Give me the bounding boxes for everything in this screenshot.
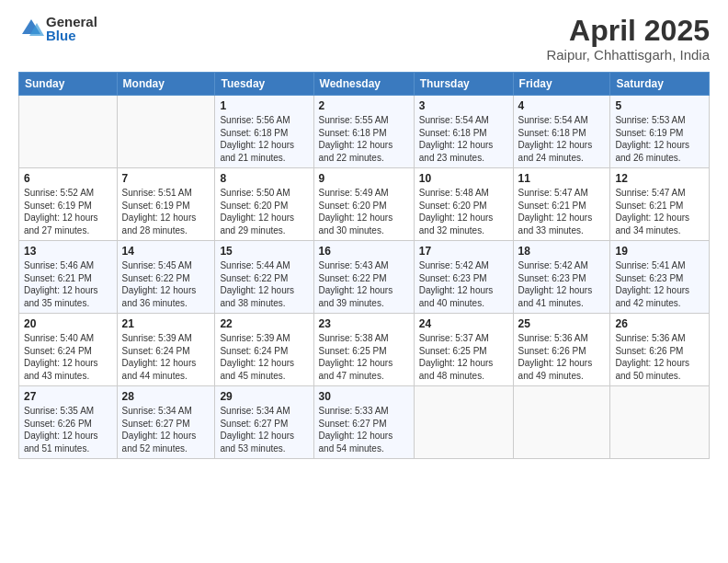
calendar-cell: [414, 386, 513, 459]
day-number: 29: [220, 390, 308, 403]
calendar-cell: 24Sunrise: 5:37 AM Sunset: 6:25 PM Dayli…: [414, 314, 513, 386]
day-number: 2: [319, 99, 409, 112]
calendar-cell: 13Sunrise: 5:46 AM Sunset: 6:21 PM Dayli…: [19, 241, 118, 314]
calendar-cell: 8Sunrise: 5:50 AM Sunset: 6:20 PM Daylig…: [215, 168, 313, 241]
day-number: 6: [24, 172, 112, 185]
calendar-cell: [610, 386, 710, 459]
day-number: 5: [615, 99, 704, 112]
col-tuesday: Tuesday: [215, 73, 313, 96]
day-info: Sunrise: 5:38 AM Sunset: 6:25 PM Dayligh…: [319, 332, 409, 382]
day-info: Sunrise: 5:50 AM Sunset: 6:20 PM Dayligh…: [220, 187, 308, 236]
calendar-cell: 18Sunrise: 5:42 AM Sunset: 6:23 PM Dayli…: [513, 241, 610, 314]
day-info: Sunrise: 5:47 AM Sunset: 6:21 PM Dayligh…: [615, 187, 704, 236]
day-number: 9: [319, 172, 409, 185]
calendar-cell: 9Sunrise: 5:49 AM Sunset: 6:20 PM Daylig…: [313, 168, 414, 241]
calendar-cell: 16Sunrise: 5:43 AM Sunset: 6:22 PM Dayli…: [313, 241, 414, 314]
day-number: 1: [220, 99, 308, 112]
day-info: Sunrise: 5:42 AM Sunset: 6:23 PM Dayligh…: [419, 259, 508, 309]
day-info: Sunrise: 5:39 AM Sunset: 6:24 PM Dayligh…: [122, 332, 210, 382]
day-number: 12: [615, 172, 704, 185]
day-number: 14: [122, 245, 210, 258]
day-info: Sunrise: 5:53 AM Sunset: 6:19 PM Dayligh…: [615, 114, 704, 164]
col-saturday: Saturday: [610, 73, 710, 96]
calendar-cell: 30Sunrise: 5:33 AM Sunset: 6:27 PM Dayli…: [313, 386, 414, 459]
day-info: Sunrise: 5:35 AM Sunset: 6:26 PM Dayligh…: [24, 405, 112, 454]
day-number: 11: [518, 172, 606, 185]
col-monday: Monday: [117, 73, 215, 96]
day-info: Sunrise: 5:46 AM Sunset: 6:21 PM Dayligh…: [24, 259, 112, 309]
logo-blue-text: Blue: [46, 29, 97, 42]
day-number: 30: [319, 390, 409, 403]
col-wednesday: Wednesday: [313, 73, 414, 96]
calendar-cell: 4Sunrise: 5:54 AM Sunset: 6:18 PM Daylig…: [513, 96, 610, 168]
page: General Blue April 2025 Raipur, Chhattis…: [0, 0, 728, 563]
day-number: 16: [319, 245, 409, 258]
day-info: Sunrise: 5:40 AM Sunset: 6:24 PM Dayligh…: [24, 332, 112, 382]
logo: General Blue: [18, 15, 97, 42]
title-block: April 2025 Raipur, Chhattisgarh, India: [546, 15, 710, 63]
calendar-cell: 10Sunrise: 5:48 AM Sunset: 6:20 PM Dayli…: [414, 168, 513, 241]
day-number: 10: [419, 172, 508, 185]
day-info: Sunrise: 5:37 AM Sunset: 6:25 PM Dayligh…: [419, 332, 508, 382]
calendar-cell: 2Sunrise: 5:55 AM Sunset: 6:18 PM Daylig…: [313, 96, 414, 168]
day-number: 7: [122, 172, 210, 185]
col-friday: Friday: [513, 73, 610, 96]
calendar-cell: 28Sunrise: 5:34 AM Sunset: 6:27 PM Dayli…: [117, 386, 215, 459]
day-info: Sunrise: 5:44 AM Sunset: 6:22 PM Dayligh…: [220, 259, 308, 309]
day-info: Sunrise: 5:52 AM Sunset: 6:19 PM Dayligh…: [24, 187, 112, 236]
title-month: April 2025: [546, 15, 710, 47]
calendar-cell: 14Sunrise: 5:45 AM Sunset: 6:22 PM Dayli…: [117, 241, 215, 314]
day-info: Sunrise: 5:48 AM Sunset: 6:20 PM Dayligh…: [419, 187, 508, 236]
day-info: Sunrise: 5:51 AM Sunset: 6:19 PM Dayligh…: [122, 187, 210, 236]
calendar-cell: 21Sunrise: 5:39 AM Sunset: 6:24 PM Dayli…: [117, 314, 215, 386]
day-number: 26: [615, 317, 704, 330]
day-number: 8: [220, 172, 308, 185]
calendar-cell: 15Sunrise: 5:44 AM Sunset: 6:22 PM Dayli…: [215, 241, 313, 314]
day-info: Sunrise: 5:54 AM Sunset: 6:18 PM Dayligh…: [419, 114, 508, 164]
title-location: Raipur, Chhattisgarh, India: [546, 47, 710, 63]
day-number: 24: [419, 317, 508, 330]
calendar-week-4: 20Sunrise: 5:40 AM Sunset: 6:24 PM Dayli…: [19, 314, 710, 386]
day-info: Sunrise: 5:45 AM Sunset: 6:22 PM Dayligh…: [122, 259, 210, 309]
calendar-cell: [19, 96, 118, 168]
calendar-week-2: 6Sunrise: 5:52 AM Sunset: 6:19 PM Daylig…: [19, 168, 710, 241]
day-number: 23: [319, 317, 409, 330]
day-info: Sunrise: 5:41 AM Sunset: 6:23 PM Dayligh…: [615, 259, 704, 309]
day-number: 28: [122, 390, 210, 403]
calendar-cell: 11Sunrise: 5:47 AM Sunset: 6:21 PM Dayli…: [513, 168, 610, 241]
calendar-cell: 29Sunrise: 5:34 AM Sunset: 6:27 PM Dayli…: [215, 386, 313, 459]
calendar-cell: 1Sunrise: 5:56 AM Sunset: 6:18 PM Daylig…: [215, 96, 313, 168]
calendar-header-row: Sunday Monday Tuesday Wednesday Thursday…: [19, 73, 710, 96]
logo-text: General Blue: [46, 15, 97, 42]
day-info: Sunrise: 5:33 AM Sunset: 6:27 PM Dayligh…: [319, 405, 409, 454]
calendar-cell: 6Sunrise: 5:52 AM Sunset: 6:19 PM Daylig…: [19, 168, 118, 241]
calendar-cell: 19Sunrise: 5:41 AM Sunset: 6:23 PM Dayli…: [610, 241, 710, 314]
day-info: Sunrise: 5:49 AM Sunset: 6:20 PM Dayligh…: [319, 187, 409, 236]
day-number: 17: [419, 245, 508, 258]
day-number: 19: [615, 245, 704, 258]
header: General Blue April 2025 Raipur, Chhattis…: [18, 15, 710, 63]
calendar-cell: 22Sunrise: 5:39 AM Sunset: 6:24 PM Dayli…: [215, 314, 313, 386]
day-number: 27: [24, 390, 112, 403]
day-info: Sunrise: 5:36 AM Sunset: 6:26 PM Dayligh…: [615, 332, 704, 382]
day-info: Sunrise: 5:43 AM Sunset: 6:22 PM Dayligh…: [319, 259, 409, 309]
col-thursday: Thursday: [414, 73, 513, 96]
calendar-week-5: 27Sunrise: 5:35 AM Sunset: 6:26 PM Dayli…: [19, 386, 710, 459]
day-number: 4: [518, 99, 606, 112]
day-number: 15: [220, 245, 308, 258]
calendar-week-1: 1Sunrise: 5:56 AM Sunset: 6:18 PM Daylig…: [19, 96, 710, 168]
day-info: Sunrise: 5:54 AM Sunset: 6:18 PM Dayligh…: [518, 114, 606, 164]
calendar-cell: 25Sunrise: 5:36 AM Sunset: 6:26 PM Dayli…: [513, 314, 610, 386]
calendar-cell: 26Sunrise: 5:36 AM Sunset: 6:26 PM Dayli…: [610, 314, 710, 386]
calendar-cell: 17Sunrise: 5:42 AM Sunset: 6:23 PM Dayli…: [414, 241, 513, 314]
day-number: 3: [419, 99, 508, 112]
day-number: 21: [122, 317, 210, 330]
calendar-cell: 5Sunrise: 5:53 AM Sunset: 6:19 PM Daylig…: [610, 96, 710, 168]
day-number: 18: [518, 245, 606, 258]
calendar-cell: 20Sunrise: 5:40 AM Sunset: 6:24 PM Dayli…: [19, 314, 118, 386]
calendar-cell: 12Sunrise: 5:47 AM Sunset: 6:21 PM Dayli…: [610, 168, 710, 241]
calendar-cell: 27Sunrise: 5:35 AM Sunset: 6:26 PM Dayli…: [19, 386, 118, 459]
logo-icon: [18, 16, 44, 41]
calendar-cell: 3Sunrise: 5:54 AM Sunset: 6:18 PM Daylig…: [414, 96, 513, 168]
calendar-cell: 7Sunrise: 5:51 AM Sunset: 6:19 PM Daylig…: [117, 168, 215, 241]
